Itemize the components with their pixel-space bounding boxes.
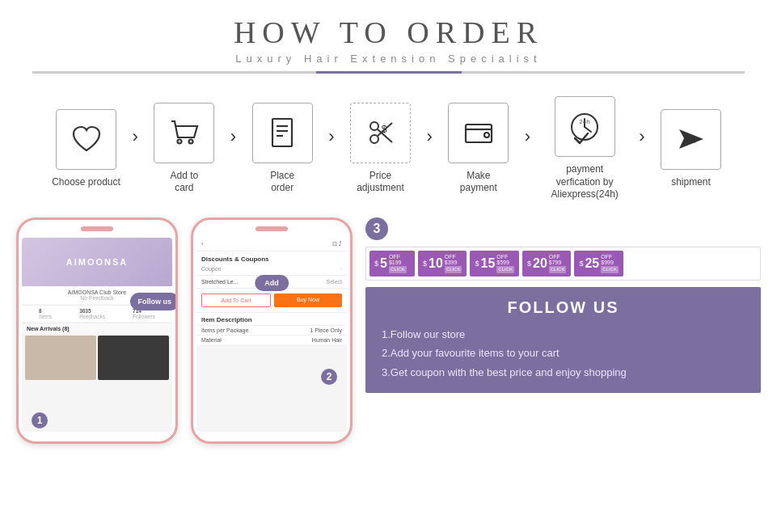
shipment-icon-box bbox=[661, 109, 721, 170]
svg-rect-2 bbox=[272, 119, 292, 146]
header-divider bbox=[32, 71, 745, 74]
step-payment-verification: 24h paymentverfication byAliexpress(24h) bbox=[532, 96, 637, 201]
coupon-off-label-3: OFF bbox=[496, 254, 514, 260]
price-adjustment-icon-box: $ bbox=[350, 103, 411, 163]
step-shipment: shipment bbox=[646, 109, 735, 189]
coupon-off-block-2: OFF $399 CLICK bbox=[445, 254, 462, 273]
coupon-off-label-5: OFF bbox=[601, 254, 619, 260]
coupon-off-block-5: OFF $999 CLICK bbox=[601, 254, 619, 273]
phone1-banner: AIMOONSA bbox=[22, 238, 172, 286]
step-place-order: Placeorder bbox=[238, 103, 327, 195]
phone2-desc-row-2: Material Human Hair bbox=[196, 335, 347, 344]
arrow-1: › bbox=[133, 126, 138, 147]
coupon-off-block-1: OFF $199 CLICK bbox=[389, 254, 407, 273]
step-add-to-cart-label: Add tocard bbox=[170, 170, 198, 195]
wallet-icon bbox=[461, 115, 496, 150]
phone1-brand-name: AIMOONSA bbox=[66, 257, 129, 267]
follow-us-item-2: 2.Add your favourite items to your cart bbox=[382, 344, 745, 362]
coupon-off-block-3: OFF $599 CLICK bbox=[496, 254, 514, 273]
step-choose-product-label: Choose product bbox=[52, 176, 120, 189]
step-payment-verification-label: paymentverfication byAliexpress(24h) bbox=[551, 163, 618, 201]
coupon-off-label-2: OFF bbox=[445, 254, 462, 260]
svg-point-7 bbox=[370, 122, 378, 130]
phone2-coupon-arrow: › bbox=[340, 266, 342, 272]
phone2-item-desc-title: Item Description bbox=[196, 313, 347, 325]
step-price-adjustment: $ Priceadjustment bbox=[336, 103, 425, 195]
heart-icon bbox=[69, 121, 104, 157]
phone2-icons: ⊡ ⤴ bbox=[332, 241, 342, 247]
badge-2: 2 bbox=[321, 369, 337, 385]
coupon-amount-5: 25 bbox=[585, 256, 599, 271]
follow-us-title: FOLLOW US bbox=[382, 298, 745, 317]
phone-1-screen: AIMOONSA AIMOONSA Club Store No Feedback… bbox=[22, 238, 172, 432]
coupon-item-15[interactable]: $ 15 OFF $599 CLICK bbox=[470, 251, 518, 277]
step-shipment-label: shipment bbox=[671, 176, 711, 189]
phone2-stretched-label: Stretched Le... bbox=[201, 279, 239, 285]
svg-text:24h: 24h bbox=[579, 118, 589, 125]
coupon-item-25[interactable]: $ 25 OFF $999 CLICK bbox=[574, 251, 623, 277]
header: HOW TO ORDER Luxury Hair Extension Speci… bbox=[0, 0, 777, 78]
coupon-item-10[interactable]: $ 10 OFF $399 CLICK bbox=[418, 251, 467, 277]
svg-text:$: $ bbox=[381, 124, 386, 135]
phone2-desc-row-1: Items per Package 1 Piece Only bbox=[196, 325, 347, 335]
page-title: HOW TO ORDER bbox=[0, 15, 777, 50]
step-make-payment: Makepayment bbox=[434, 103, 523, 195]
svg-point-1 bbox=[188, 140, 192, 144]
choose-product-icon-box bbox=[56, 109, 116, 170]
phone2-desc-key-1: Items per Package bbox=[201, 327, 248, 333]
coupon-item-5[interactable]: $ 5 OFF $199 CLICK bbox=[369, 251, 415, 277]
step-price-adjustment-label: Priceadjustment bbox=[357, 170, 404, 195]
coupon-amount-4: 20 bbox=[533, 256, 547, 271]
follow-us-item-1: 1.Follow our store bbox=[382, 325, 745, 344]
phone2-select-label: Select bbox=[327, 279, 342, 285]
add-to-cart-icon-box bbox=[154, 103, 214, 163]
plane-icon bbox=[673, 121, 708, 157]
phone1-stat-feedbacks: 3035Feedbacks bbox=[79, 308, 105, 319]
svg-point-0 bbox=[177, 140, 181, 144]
badge-3: 3 bbox=[365, 217, 388, 240]
place-order-icon-box bbox=[252, 103, 313, 163]
arrow-5: › bbox=[525, 126, 530, 147]
phone2-desc-key-2: Material bbox=[201, 337, 222, 343]
page-subtitle: Luxury Hair Extension Specialist bbox=[0, 53, 777, 65]
coupon-min-4: $799 bbox=[549, 260, 567, 266]
phone2-desc-val-2: Human Hair bbox=[312, 337, 342, 343]
phone2-coupon-label: Coupon bbox=[201, 266, 222, 272]
arrow-4: › bbox=[427, 126, 433, 147]
bottom-section: AIMOONSA AIMOONSA Club Store No Feedback… bbox=[0, 209, 777, 444]
price-scissors-icon: $ bbox=[363, 115, 399, 150]
coupon-click-4: CLICK bbox=[549, 266, 567, 273]
step-make-payment-label: Makepayment bbox=[460, 170, 497, 195]
add-to-cart-button[interactable]: Add To Cart bbox=[201, 293, 271, 307]
make-payment-icon-box bbox=[448, 103, 509, 163]
step3-row: 3 bbox=[365, 217, 761, 240]
document-icon bbox=[264, 115, 300, 150]
phone1-product-item-2 bbox=[98, 336, 169, 380]
arrow-3: › bbox=[328, 126, 334, 147]
coupon-symbol-1: $ bbox=[374, 260, 378, 268]
coupon-amount-2: 10 bbox=[429, 256, 443, 271]
phone-2-screen: ‹ ⊡ ⤴ Discounts & Coupons Coupon › Stret… bbox=[196, 238, 347, 432]
phone1-product-item-1 bbox=[25, 336, 96, 380]
arrow-2: › bbox=[230, 126, 236, 147]
follow-us-item-3: 3.Get coupon with the best price and enj… bbox=[382, 363, 745, 382]
coupon-click-5: CLICK bbox=[601, 266, 619, 273]
coupon-click-2: CLICK bbox=[445, 266, 462, 273]
steps-row: Choose product › Add tocard › Placeorder… bbox=[0, 78, 777, 209]
phone2-header: ‹ ⊡ ⤴ bbox=[196, 238, 347, 251]
buy-now-button[interactable]: Buy Now bbox=[274, 293, 342, 307]
svg-point-12 bbox=[484, 133, 489, 137]
coupon-symbol-2: $ bbox=[423, 260, 427, 268]
follow-us-panel: FOLLOW US 1.Follow our store 2.Add your … bbox=[365, 287, 761, 393]
coupon-off-label-4: OFF bbox=[549, 254, 567, 260]
coupon-off-label-1: OFF bbox=[389, 254, 407, 260]
follow-us-list: 1.Follow our store 2.Add your favourite … bbox=[382, 325, 745, 382]
coupon-symbol-3: $ bbox=[475, 260, 479, 268]
phone1-new-arrivals: New Arrivals (8) bbox=[22, 323, 172, 334]
svg-point-6 bbox=[370, 135, 378, 143]
coupon-click-3: CLICK bbox=[496, 266, 514, 273]
coupon-symbol-5: $ bbox=[579, 260, 583, 268]
badge-1: 1 bbox=[32, 412, 48, 429]
coupon-min-1: $199 bbox=[389, 260, 407, 266]
coupon-item-20[interactable]: $ 20 OFF $799 CLICK bbox=[522, 251, 571, 277]
